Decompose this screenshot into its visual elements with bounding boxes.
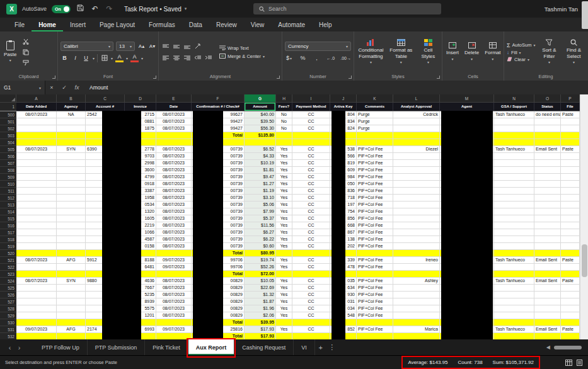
clear-button[interactable]: Clear▾: [507, 57, 535, 62]
decrease-indent-button[interactable]: [193, 54, 202, 62]
column-header-D[interactable]: D: [125, 94, 156, 103]
format-cells-button[interactable]: Format ▾: [483, 42, 502, 62]
cell[interactable]: [561, 243, 580, 250]
cell[interactable]: Yes: [276, 326, 292, 333]
styles-dialog-launcher[interactable]: [437, 76, 440, 79]
cell[interactable]: Email Sent: [534, 257, 561, 264]
cell[interactable]: CC: [292, 153, 330, 160]
cell[interactable]: [561, 132, 580, 139]
search-input[interactable]: Search: [253, 3, 441, 14]
row-number[interactable]: 519: [0, 243, 16, 250]
cell[interactable]: [534, 236, 561, 243]
cell[interactable]: [494, 298, 534, 305]
cell[interactable]: CC: [292, 312, 330, 319]
cell[interactable]: NA: [57, 111, 86, 118]
row-number[interactable]: 516: [0, 222, 16, 229]
cell[interactable]: [57, 139, 86, 146]
cell[interactable]: 08/07/2023: [156, 111, 192, 118]
cell[interactable]: SYN: [57, 278, 86, 285]
cell[interactable]: 08/07/2023: [156, 181, 192, 188]
cell[interactable]: [534, 222, 561, 229]
cell[interactable]: PIF+Col Fee: [357, 229, 393, 236]
enter-check-icon[interactable]: ✓: [58, 84, 71, 91]
cell[interactable]: [494, 188, 534, 195]
cell[interactable]: $6.22: [245, 236, 276, 243]
autosum-button[interactable]: ΣAutoSum▾: [507, 42, 535, 48]
row-number[interactable]: 1: [0, 103, 16, 111]
paste-button[interactable]: Paste ▾: [3, 40, 18, 64]
cell[interactable]: Yes: [276, 236, 292, 243]
column-header-C[interactable]: C: [86, 94, 125, 103]
cell[interactable]: [393, 188, 440, 195]
cell[interactable]: Yes: [276, 188, 292, 195]
cell[interactable]: Paste: [561, 111, 580, 118]
cell[interactable]: [57, 188, 86, 195]
cell[interactable]: [292, 333, 330, 339]
cell[interactable]: Ashley: [393, 278, 440, 285]
column-header-I[interactable]: I: [292, 94, 330, 103]
cell[interactable]: [292, 319, 330, 326]
cell[interactable]: Marica: [393, 326, 440, 333]
cell[interactable]: [534, 333, 561, 339]
align-right-button[interactable]: [183, 54, 191, 62]
cell[interactable]: [561, 250, 580, 257]
cell[interactable]: Tash Tanhueco: [494, 146, 534, 153]
cell[interactable]: [393, 229, 440, 236]
cell[interactable]: [393, 250, 440, 257]
cell[interactable]: Yes: [276, 153, 292, 160]
cell[interactable]: No: [276, 118, 292, 125]
cell[interactable]: 08/07/2023: [156, 195, 192, 202]
cell[interactable]: [57, 264, 86, 271]
cell[interactable]: [534, 243, 561, 250]
row-number[interactable]: 502: [0, 125, 16, 132]
cell[interactable]: [57, 243, 86, 250]
cell[interactable]: Ireneo: [393, 257, 440, 264]
cell[interactable]: [494, 195, 534, 202]
cell[interactable]: Email Sent: [534, 278, 561, 285]
cut-button[interactable]: [21, 37, 31, 45]
column-header-L[interactable]: L: [393, 94, 440, 103]
row-number[interactable]: 532: [0, 333, 16, 339]
cell[interactable]: [16, 139, 57, 146]
cell[interactable]: [494, 271, 534, 278]
header-cell-comments[interactable]: Comments: [357, 103, 393, 111]
row-number[interactable]: 520: [0, 250, 16, 257]
cell[interactable]: 08/07/2023: [156, 278, 192, 285]
header-cell-file[interactable]: File: [561, 103, 580, 111]
cell[interactable]: [561, 174, 580, 181]
cell[interactable]: [561, 292, 580, 298]
cell[interactable]: [561, 229, 580, 236]
cell[interactable]: [276, 139, 292, 146]
cell[interactable]: [494, 319, 534, 326]
cell[interactable]: [16, 305, 57, 312]
cell[interactable]: [393, 153, 440, 160]
cell[interactable]: $10.19: [245, 160, 276, 167]
cell[interactable]: [276, 319, 292, 326]
cell[interactable]: [561, 195, 580, 202]
cell[interactable]: PIF+Col Fee: [357, 257, 393, 264]
cell[interactable]: [16, 298, 57, 305]
cell[interactable]: CC: [292, 222, 330, 229]
cell[interactable]: [292, 271, 330, 278]
cell[interactable]: PIF+Col Fee: [357, 174, 393, 181]
cell[interactable]: Tash Tanhueco: [494, 257, 534, 264]
vertical-scrollbar[interactable]: [580, 94, 588, 339]
cell[interactable]: $1.19: [245, 188, 276, 195]
cell[interactable]: $17.93: [245, 326, 276, 333]
cell[interactable]: Yes: [276, 229, 292, 236]
cell[interactable]: [16, 167, 57, 174]
cell[interactable]: 08/07/2023: [16, 278, 57, 285]
cell[interactable]: CC: [292, 285, 330, 292]
cell[interactable]: 08/07/2023: [156, 125, 192, 132]
cell[interactable]: [494, 236, 534, 243]
cell[interactable]: 08/07/2023: [156, 222, 192, 229]
cell[interactable]: [57, 195, 86, 202]
cell[interactable]: [393, 243, 440, 250]
cell[interactable]: [16, 132, 57, 139]
cell[interactable]: CC: [292, 229, 330, 236]
cell[interactable]: [534, 125, 561, 132]
cell[interactable]: $1.96: [245, 305, 276, 312]
cell[interactable]: do need email: [534, 111, 561, 118]
cell[interactable]: PIF+Col Fee: [357, 243, 393, 250]
row-number[interactable]: 503: [0, 132, 16, 139]
